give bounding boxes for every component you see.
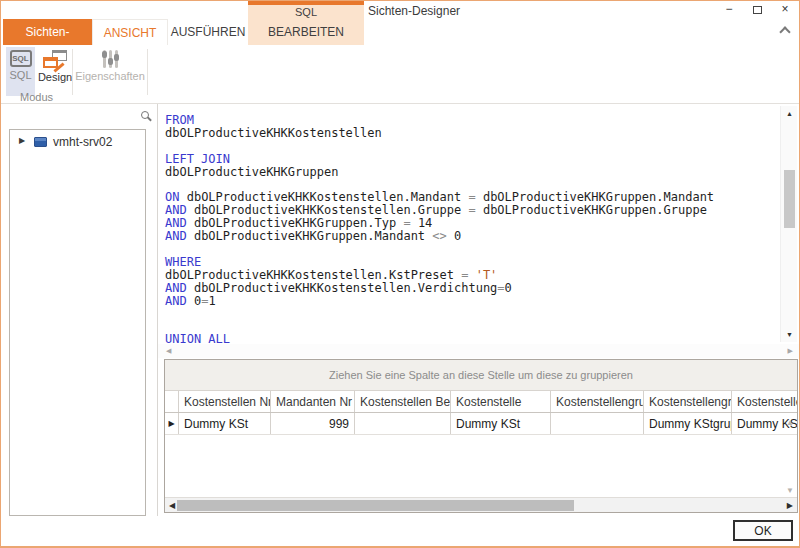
code-token: AND — [165, 281, 194, 295]
table-cell[interactable]: Dummy KStgruppe — [644, 413, 732, 434]
tab-bearbeiten[interactable]: BEARBEITEN — [248, 19, 364, 45]
code-line: AND 0=1 — [165, 295, 714, 308]
code-token: 1 — [208, 294, 215, 308]
code-token: dbOLProductiveKHKKostenstellen.Gruppe — [194, 203, 469, 217]
eigenschaften-label: Eigenschaften — [75, 70, 145, 82]
search-input[interactable] — [7, 106, 135, 124]
grid-group-panel[interactable]: Ziehen Sie eine Spalte an diese Stelle u… — [165, 360, 797, 391]
app-window: SQL Sichten-Designer − × Sichten-Designe… — [0, 0, 800, 548]
column-header[interactable]: Kostenstellengruppe — [644, 391, 732, 412]
sql-mode-label: SQL — [9, 69, 31, 81]
column-header[interactable]: Kostenstellengrup... — [551, 391, 644, 412]
sql-mode-button[interactable]: SQL SQL — [6, 47, 35, 96]
editor-horizontal-scrollbar[interactable]: ◀ ▶ — [158, 344, 800, 358]
column-header[interactable]: Kostenstellen Bez — [355, 391, 451, 412]
sql-icon: SQL — [10, 50, 32, 67]
code-line: AND dbOLProductiveKHKKostenstellen.Verdi… — [165, 282, 714, 295]
table-cell[interactable]: Dummy KSt — [451, 413, 551, 434]
window-controls: − × — [721, 3, 793, 17]
code-token: <> — [432, 229, 454, 243]
design-mode-button[interactable]: Design — [36, 47, 74, 96]
expander-icon[interactable]: ▶ — [19, 136, 25, 145]
sql-code: FROMdbOLProductiveKHKKostenstellen LEFT … — [165, 114, 714, 346]
code-token: ON — [165, 190, 187, 204]
tab-sichten-designer[interactable]: Sichten-Designer — [3, 19, 92, 45]
code-token: dbOLProductiveKHKGruppen.Gruppe — [483, 203, 707, 217]
window-title: Sichten-Designer — [368, 4, 460, 18]
table-cell[interactable]: Dummy KSt — [179, 413, 271, 434]
code-token: AND — [165, 203, 194, 217]
tree-item-label: vmht-srv02 — [53, 135, 112, 149]
tab-ansicht[interactable]: ANSICHT — [92, 19, 168, 45]
code-token: 14 — [418, 216, 432, 230]
column-header[interactable]: Kostenstellen Nr — [179, 391, 271, 412]
collapse-ribbon-icon[interactable] — [779, 26, 790, 37]
row-indicator: ▶ — [165, 413, 179, 434]
column-header[interactable]: Kostenstelle — [451, 391, 551, 412]
code-line — [165, 308, 714, 321]
grid-scroll-down-icon[interactable]: ▼ — [786, 486, 794, 495]
server-explorer-panel: ▶ vmht-srv02 — [1, 104, 157, 516]
sliders-icon — [100, 50, 120, 68]
contextual-group-header: SQL — [248, 5, 364, 19]
code-token: dbOLProductiveKHKGruppen — [165, 165, 338, 179]
tab-ausfuehren[interactable]: AUSFÜHREN — [168, 19, 248, 45]
table-row[interactable]: ▶ Dummy KSt999Dummy KStDummy KStgruppeDu… — [165, 413, 797, 435]
scroll-down-icon[interactable]: ▼ — [781, 331, 798, 338]
code-line — [165, 140, 714, 153]
close-button[interactable]: × — [777, 3, 793, 17]
code-token: FROM — [165, 113, 194, 127]
table-cell[interactable] — [355, 413, 451, 434]
grid-scroll-thumb[interactable] — [177, 500, 574, 511]
code-token: = — [461, 268, 475, 282]
ok-button[interactable]: OK — [733, 520, 793, 541]
code-line — [165, 243, 714, 256]
code-token: 0 — [454, 229, 461, 243]
grid-scroll-right-icon[interactable]: ▶ — [787, 501, 793, 510]
scroll-up-icon[interactable]: ▲ — [781, 110, 798, 117]
grid-scroll-up-icon[interactable]: ▲ — [786, 418, 794, 427]
search-icon — [141, 111, 149, 119]
code-token: = — [403, 216, 417, 230]
sql-editor[interactable]: FROMdbOLProductiveKHKKostenstellen LEFT … — [158, 104, 800, 358]
title-bar: SQL Sichten-Designer − × — [1, 1, 799, 19]
minimize-button[interactable]: − — [721, 3, 737, 17]
code-token: AND — [165, 229, 194, 243]
ribbon: SQL SQL Design Eigenschaften Modus — [1, 45, 799, 104]
code-token: 'T' — [476, 268, 498, 282]
code-token: AND — [165, 216, 194, 230]
table-cell[interactable] — [551, 413, 644, 434]
code-token: dbOLProductiveKHKKostenstellen.Verdichtu… — [194, 281, 497, 295]
design-icon — [43, 50, 67, 69]
code-line: AND dbOLProductiveKHKGruppen.Mandant <> … — [165, 230, 714, 243]
maximize-button[interactable] — [749, 3, 765, 17]
content-area: ▶ vmht-srv02 FROMdbOLProductiveKHKKosten… — [1, 104, 799, 516]
eigenschaften-button: Eigenschaften — [77, 47, 143, 96]
grid-scroll-left-icon[interactable]: ◀ — [169, 501, 175, 510]
scroll-thumb[interactable] — [784, 170, 795, 228]
code-token: dbOLProductiveKHKKostenstellen.Mandant — [187, 190, 469, 204]
result-grid: Ziehen Sie eine Spalte an diese Stelle u… — [164, 359, 798, 513]
code-token: dbOLProductiveKHKGruppen.Mandant — [483, 190, 714, 204]
scroll-right-icon[interactable]: ▶ — [788, 347, 793, 355]
modus-group-label: Modus — [1, 91, 72, 103]
scroll-left-icon[interactable]: ◀ — [166, 347, 171, 355]
code-line — [165, 321, 714, 334]
code-line: dbOLProductiveKHKGruppen — [165, 166, 714, 179]
footer-bar: OK — [1, 516, 799, 547]
search-row — [1, 104, 157, 128]
column-header[interactable]: Kostenstelle — [732, 391, 798, 412]
code-token: = — [468, 190, 482, 204]
code-token: LEFT JOIN — [165, 152, 230, 166]
tree-item-server[interactable]: ▶ vmht-srv02 — [10, 134, 145, 152]
column-header[interactable]: Mandanten Nr — [271, 391, 355, 412]
group-separator — [72, 49, 73, 95]
editor-vertical-scrollbar[interactable]: ▲ ▼ — [780, 106, 797, 342]
code-line: dbOLProductiveKHKKostenstellen — [165, 127, 714, 140]
maximize-icon — [753, 6, 762, 14]
code-token: dbOLProductiveKHKGruppen.Typ — [194, 216, 404, 230]
code-token: dbOLProductiveKHKGruppen.Mandant — [194, 229, 432, 243]
code-token: AND — [165, 294, 194, 308]
table-cell[interactable]: 999 — [271, 413, 355, 434]
grid-horizontal-scrollbar[interactable]: ◀ ▶ — [165, 497, 797, 512]
